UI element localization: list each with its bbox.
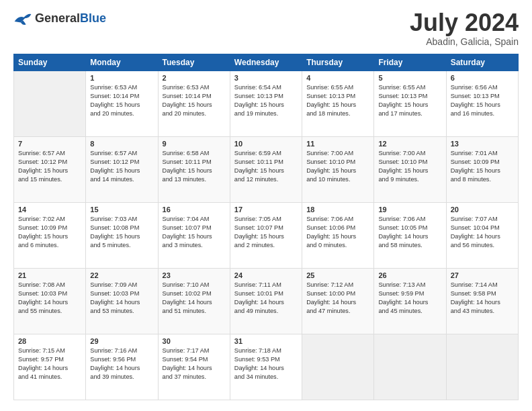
logo-icon — [13, 11, 32, 27]
table-row: 30Sunrise: 7:17 AMSunset: 9:54 PMDayligh… — [158, 334, 230, 400]
day-info: Sunrise: 6:55 AMSunset: 10:13 PMDaylight… — [378, 83, 441, 118]
day-number: 18 — [306, 205, 369, 214]
day-number: 17 — [234, 205, 298, 214]
day-info: Sunrise: 7:14 AMSunset: 9:58 PMDaylight:… — [451, 281, 514, 316]
day-number: 25 — [306, 271, 369, 279]
day-number: 4 — [306, 74, 369, 82]
table-row: 12Sunrise: 7:00 AMSunset: 10:10 PMDaylig… — [374, 137, 446, 203]
table-row: 6Sunrise: 6:56 AMSunset: 10:13 PMDayligh… — [446, 71, 518, 137]
table-row: 18Sunrise: 7:06 AMSunset: 10:06 PMDaylig… — [302, 203, 374, 269]
calendar-header-row: Sunday Monday Tuesday Wednesday Thursday… — [14, 54, 519, 71]
table-row: 29Sunrise: 7:16 AMSunset: 9:56 PMDayligh… — [86, 334, 158, 400]
header: GeneralBlue July 2024 Abadin, Galicia, S… — [13, 11, 519, 47]
table-row: 16Sunrise: 7:04 AMSunset: 10:07 PMDaylig… — [158, 203, 230, 269]
day-info: Sunrise: 7:16 AMSunset: 9:56 PMDaylight:… — [90, 347, 153, 381]
day-number: 1 — [90, 74, 153, 82]
day-info: Sunrise: 6:57 AMSunset: 10:12 PMDaylight… — [18, 149, 81, 184]
table-row: 5Sunrise: 6:55 AMSunset: 10:13 PMDayligh… — [374, 71, 446, 137]
table-row: 15Sunrise: 7:03 AMSunset: 10:08 PMDaylig… — [86, 203, 158, 269]
col-saturday: Saturday — [446, 54, 518, 71]
day-number: 3 — [234, 74, 298, 82]
table-row — [374, 334, 446, 400]
calendar-week-3: 14Sunrise: 7:02 AMSunset: 10:09 PMDaylig… — [14, 203, 519, 269]
page: GeneralBlue July 2024 Abadin, Galicia, S… — [0, 0, 532, 411]
day-number: 13 — [451, 140, 514, 148]
calendar-week-5: 28Sunrise: 7:15 AMSunset: 9:57 PMDayligh… — [14, 334, 519, 400]
day-number: 27 — [451, 271, 514, 279]
col-friday: Friday — [374, 54, 446, 71]
table-row: 19Sunrise: 7:06 AMSunset: 10:05 PMDaylig… — [374, 203, 446, 269]
day-info: Sunrise: 6:54 AMSunset: 10:13 PMDaylight… — [234, 83, 298, 118]
day-number: 9 — [163, 140, 226, 148]
col-tuesday: Tuesday — [158, 54, 230, 71]
logo: GeneralBlue — [13, 11, 106, 27]
day-number: 11 — [306, 140, 369, 148]
day-info: Sunrise: 7:04 AMSunset: 10:07 PMDaylight… — [163, 215, 226, 250]
day-info: Sunrise: 7:17 AMSunset: 9:54 PMDaylight:… — [163, 347, 226, 381]
month-title: July 2024 — [410, 11, 519, 35]
day-info: Sunrise: 7:09 AMSunset: 10:03 PMDaylight… — [90, 281, 153, 316]
table-row: 20Sunrise: 7:07 AMSunset: 10:04 PMDaylig… — [446, 203, 518, 269]
table-row: 2Sunrise: 6:53 AMSunset: 10:14 PMDayligh… — [158, 71, 230, 137]
day-info: Sunrise: 6:53 AMSunset: 10:14 PMDaylight… — [90, 83, 153, 118]
table-row: 3Sunrise: 6:54 AMSunset: 10:13 PMDayligh… — [230, 71, 302, 137]
table-row — [302, 334, 374, 400]
day-info: Sunrise: 7:15 AMSunset: 9:57 PMDaylight:… — [18, 347, 81, 381]
day-info: Sunrise: 6:55 AMSunset: 10:13 PMDaylight… — [306, 83, 369, 118]
day-number: 5 — [378, 74, 441, 82]
calendar-week-2: 7Sunrise: 6:57 AMSunset: 10:12 PMDayligh… — [14, 137, 519, 203]
day-number: 15 — [90, 205, 153, 214]
day-info: Sunrise: 6:53 AMSunset: 10:14 PMDaylight… — [163, 83, 226, 118]
day-info: Sunrise: 7:05 AMSunset: 10:07 PMDaylight… — [234, 215, 298, 250]
day-info: Sunrise: 7:03 AMSunset: 10:08 PMDaylight… — [90, 215, 153, 250]
table-row: 9Sunrise: 6:58 AMSunset: 10:11 PMDayligh… — [158, 137, 230, 203]
day-number: 31 — [234, 337, 298, 345]
day-info: Sunrise: 7:01 AMSunset: 10:09 PMDaylight… — [451, 149, 514, 184]
table-row: 22Sunrise: 7:09 AMSunset: 10:03 PMDaylig… — [86, 269, 158, 334]
table-row: 8Sunrise: 6:57 AMSunset: 10:12 PMDayligh… — [86, 137, 158, 203]
col-sunday: Sunday — [14, 54, 86, 71]
day-number: 10 — [234, 140, 298, 148]
table-row — [446, 334, 518, 400]
day-number: 16 — [163, 205, 226, 214]
table-row: 1Sunrise: 6:53 AMSunset: 10:14 PMDayligh… — [86, 71, 158, 137]
day-number: 6 — [451, 74, 514, 82]
day-number: 12 — [378, 140, 441, 148]
day-number: 28 — [18, 337, 81, 345]
day-info: Sunrise: 7:07 AMSunset: 10:04 PMDaylight… — [451, 215, 514, 250]
day-number: 30 — [163, 337, 226, 345]
day-info: Sunrise: 7:11 AMSunset: 10:01 PMDaylight… — [234, 281, 298, 316]
calendar-week-4: 21Sunrise: 7:08 AMSunset: 10:03 PMDaylig… — [14, 269, 519, 334]
day-number: 2 — [163, 74, 226, 82]
day-info: Sunrise: 7:00 AMSunset: 10:10 PMDaylight… — [378, 149, 441, 184]
table-row: 10Sunrise: 6:59 AMSunset: 10:11 PMDaylig… — [230, 137, 302, 203]
day-info: Sunrise: 6:57 AMSunset: 10:12 PMDaylight… — [90, 149, 153, 184]
day-number: 29 — [90, 337, 153, 345]
table-row: 4Sunrise: 6:55 AMSunset: 10:13 PMDayligh… — [302, 71, 374, 137]
title-section: July 2024 Abadin, Galicia, Spain — [410, 11, 519, 47]
table-row: 23Sunrise: 7:10 AMSunset: 10:02 PMDaylig… — [158, 269, 230, 334]
table-row: 13Sunrise: 7:01 AMSunset: 10:09 PMDaylig… — [446, 137, 518, 203]
day-info: Sunrise: 7:12 AMSunset: 10:00 PMDaylight… — [306, 281, 369, 316]
table-row: 25Sunrise: 7:12 AMSunset: 10:00 PMDaylig… — [302, 269, 374, 334]
day-info: Sunrise: 6:58 AMSunset: 10:11 PMDaylight… — [163, 149, 226, 184]
day-number: 8 — [90, 140, 153, 148]
day-number: 21 — [18, 271, 81, 279]
day-info: Sunrise: 7:10 AMSunset: 10:02 PMDaylight… — [163, 281, 226, 316]
day-info: Sunrise: 7:00 AMSunset: 10:10 PMDaylight… — [306, 149, 369, 184]
day-info: Sunrise: 6:59 AMSunset: 10:11 PMDaylight… — [234, 149, 298, 184]
day-info: Sunrise: 7:08 AMSunset: 10:03 PMDaylight… — [18, 281, 81, 316]
day-number: 19 — [378, 205, 441, 214]
day-info: Sunrise: 7:06 AMSunset: 10:05 PMDaylight… — [378, 215, 441, 250]
day-number: 26 — [378, 271, 441, 279]
col-thursday: Thursday — [302, 54, 374, 71]
logo-general: General — [35, 11, 80, 25]
calendar-week-1: 1Sunrise: 6:53 AMSunset: 10:14 PMDayligh… — [14, 71, 519, 137]
table-row — [14, 71, 86, 137]
table-row: 17Sunrise: 7:05 AMSunset: 10:07 PMDaylig… — [230, 203, 302, 269]
logo-blue: Blue — [80, 11, 106, 25]
day-number: 7 — [18, 140, 81, 148]
table-row: 28Sunrise: 7:15 AMSunset: 9:57 PMDayligh… — [14, 334, 86, 400]
table-row: 7Sunrise: 6:57 AMSunset: 10:12 PMDayligh… — [14, 137, 86, 203]
table-row: 14Sunrise: 7:02 AMSunset: 10:09 PMDaylig… — [14, 203, 86, 269]
